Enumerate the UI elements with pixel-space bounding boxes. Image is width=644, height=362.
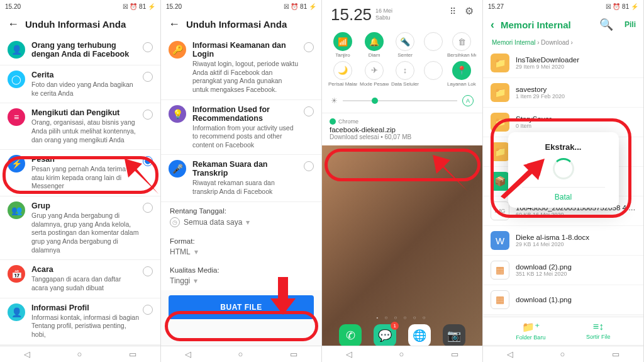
nav-home[interactable]: ○: [77, 349, 82, 359]
panel-2: 15.20 ☒ ⏰ 81 ⚡ ← Unduh Informasi Anda 🔑 …: [161, 0, 322, 362]
radio-toggle[interactable]: [143, 156, 153, 166]
messages-app-icon[interactable]: 💬1: [374, 324, 396, 347]
item-title: Informasi Keamanan dan Login: [192, 41, 300, 59]
nav-home[interactable]: ○: [238, 349, 243, 359]
phone-app-icon[interactable]: ✆: [339, 324, 362, 347]
status-right-icons: ☒ ⏰ 81 ⚡: [606, 3, 638, 10]
qs-icon: [424, 61, 443, 80]
new-folder-button[interactable]: 📁⁺Folder Baru: [516, 321, 545, 341]
shade-day: Sabtu: [375, 14, 392, 21]
radio-toggle[interactable]: [304, 106, 314, 116]
page-title: Memori Internal: [501, 20, 571, 30]
item-title: Grup: [31, 201, 139, 210]
nav-home[interactable]: ○: [399, 349, 404, 359]
radio-toggle[interactable]: [143, 72, 153, 82]
notification-card[interactable]: Chrome facebook-diekeal.zip Download sel…: [322, 113, 482, 145]
nav-recent[interactable]: ▭: [290, 349, 297, 359]
radio-toggle[interactable]: [143, 203, 153, 213]
radio-toggle[interactable]: [143, 305, 153, 315]
file-name: InsTakeDownloader: [516, 56, 636, 64]
brightness-slider[interactable]: ☀ A: [322, 93, 482, 113]
nav-recent[interactable]: ▭: [451, 349, 458, 359]
qs-label: Perisai Malam: [328, 82, 357, 88]
qs-icon: 📶: [333, 32, 352, 51]
list-item[interactable]: 🎤 Rekaman Suara dan Transkrip Riwayat re…: [161, 155, 321, 201]
nav-bar: ◁ ○ ▭: [483, 346, 643, 362]
qs-tile[interactable]: ↕Data Seluler: [391, 61, 419, 88]
list-item[interactable]: 👤 Orang yang terhubung dengan Anda di Fa…: [0, 36, 160, 65]
back-icon[interactable]: ‹: [491, 18, 494, 31]
qs-label: Layanan Lokasi: [447, 82, 476, 88]
qs-tile[interactable]: 🌙Perisai Malam: [328, 61, 357, 88]
dialog-title: Ekstrak...: [522, 142, 605, 152]
nav-back[interactable]: ◁: [24, 349, 30, 359]
list-item[interactable]: ⚡ Pesan Pesan yang pernah Anda terima at…: [0, 150, 160, 196]
back-icon[interactable]: ←: [169, 18, 180, 31]
file-row[interactable]: W Dieke al-isma 1-8.docx 29 KB 14 Mei 20…: [483, 226, 643, 256]
dialog-cancel-button[interactable]: Batal: [522, 187, 605, 201]
qs-tile[interactable]: [421, 32, 445, 59]
nav-back[interactable]: ◁: [346, 349, 352, 359]
qs-icon: ✈: [365, 61, 384, 80]
format-value[interactable]: HTML▾: [161, 247, 321, 261]
nav-back[interactable]: ◁: [185, 349, 191, 359]
radio-toggle[interactable]: [143, 42, 153, 52]
item-icon: 👤: [8, 303, 25, 321]
list-item[interactable]: 👥 Grup Grup yang Anda bergabung di dalam…: [0, 196, 160, 260]
list-item[interactable]: ≡ Mengikuti dan Pengikut Orang, organisa…: [0, 103, 160, 150]
file-icon: ▦: [491, 261, 509, 280]
list-item[interactable]: 💡 Information Used for Recommendations I…: [161, 100, 321, 156]
nav-recent[interactable]: ▭: [612, 349, 619, 359]
app-header: ← Unduh Informasi Anda: [161, 13, 321, 36]
radio-toggle[interactable]: [143, 110, 153, 120]
nav-recent[interactable]: ▭: [129, 349, 136, 359]
qs-tile[interactable]: ✈Mode Pesawat: [360, 61, 389, 88]
qs-tile[interactable]: 🗑Bersihkan Memori: [447, 32, 476, 59]
notif-title: facebook-diekeal.zip: [330, 126, 475, 133]
clock-icon: ◷: [170, 217, 180, 227]
list-item[interactable]: 📅 Acara Tanggapan di acara dan daftar ac…: [0, 260, 160, 298]
gear-icon[interactable]: ⚙: [465, 5, 474, 17]
notification-shade: 15.25 16 Mei Sabtu ⠿ ⚙ 📶Tanjiro🔔Diam🔦Sen…: [322, 0, 482, 145]
auto-brightness[interactable]: A: [462, 95, 474, 106]
file-row[interactable]: 📁 savestory 1 Item 29 Feb 2020: [483, 78, 643, 108]
breadcrumb[interactable]: Memori Internal › Download ›: [483, 37, 643, 48]
radio-toggle[interactable]: [143, 266, 153, 276]
nav-home[interactable]: ○: [560, 349, 565, 359]
file-row[interactable]: 📁 InsTakeDownloader 29 Item 9 Mei 2020: [483, 48, 643, 78]
settings-list: 🔑 Informasi Keamanan dan Login Riwayat l…: [161, 36, 321, 202]
qs-tile[interactable]: 📍Layanan Lokasi: [447, 61, 476, 88]
radio-toggle[interactable]: [304, 42, 314, 52]
range-value[interactable]: ◷ Semua data saya▾: [161, 217, 321, 232]
radio-toggle[interactable]: [304, 161, 314, 171]
status-time: 15.27: [488, 3, 504, 10]
create-file-button[interactable]: BUAT FILE: [169, 295, 314, 319]
status-bar: 15.20 ☒ ⏰ 81 ⚡: [161, 0, 321, 13]
list-item[interactable]: ◯ Cerita Foto dan video yang Anda bagika…: [0, 65, 160, 103]
qs-tile[interactable]: [421, 61, 445, 88]
nav-back[interactable]: ◁: [507, 349, 513, 359]
edit-icon[interactable]: ⠿: [450, 6, 456, 16]
search-icon[interactable]: 🔍: [599, 18, 613, 31]
qs-label: Diam: [369, 53, 380, 59]
pill-button[interactable]: Pili: [625, 20, 636, 29]
status-right-icons: ☒ ⏰ 81 ⚡: [123, 3, 155, 10]
browser-app-icon[interactable]: 🌐: [408, 324, 431, 347]
list-item[interactable]: 🔑 Informasi Keamanan dan Login Riwayat l…: [161, 36, 321, 100]
dock: ✆ 💬1 🌐 📷: [322, 324, 482, 347]
qs-tile[interactable]: 📶Tanjiro: [328, 32, 357, 59]
sort-button[interactable]: ≡↕Sortir File: [586, 321, 611, 341]
home-wallpaper: • ○ ○ ○ ○ ○ ✆ 💬1 🌐 📷: [322, 145, 482, 362]
qs-tile[interactable]: 🔦Senter: [391, 32, 419, 59]
back-icon[interactable]: ←: [8, 18, 19, 31]
shade-clock: 15.25: [331, 5, 372, 25]
file-row[interactable]: ▦ download (1).png: [483, 285, 643, 315]
list-item[interactable]: 👤 Informasi Profil Informasi kontak, inf…: [0, 298, 160, 345]
qs-tile[interactable]: 🔔Diam: [360, 32, 389, 59]
item-desc: Foto dan video yang Anda bagikan ke ceri…: [31, 81, 139, 98]
camera-app-icon[interactable]: 📷: [443, 324, 465, 347]
quality-value[interactable]: Tinggi▾: [161, 276, 321, 290]
dialog-backdrop: Ekstrak... Batal: [502, 113, 625, 227]
file-row[interactable]: ▦ download (2).png 351 KB 12 Mei 2020: [483, 256, 643, 285]
item-title: Mengikuti dan Pengikut: [31, 108, 139, 117]
